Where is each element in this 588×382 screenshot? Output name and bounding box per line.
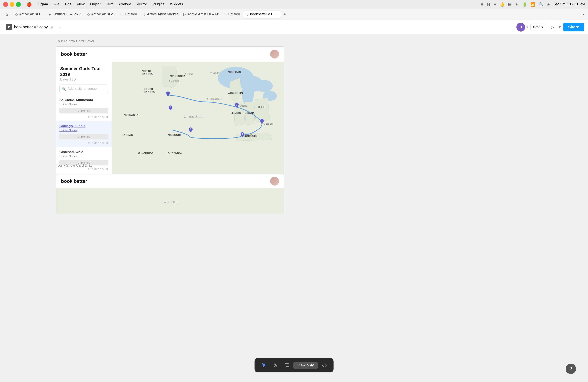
tab-label-8: bookbetter v3 bbox=[250, 12, 272, 16]
menu-text[interactable]: Text bbox=[105, 2, 114, 7]
fargo-label: Fargo bbox=[188, 73, 193, 75]
svg-text:2: 2 bbox=[236, 104, 237, 106]
menu-edit[interactable]: Edit bbox=[64, 2, 72, 7]
svg-text:4: 4 bbox=[242, 133, 243, 135]
breadcrumb-2: Tour / Show Card Drag bbox=[56, 163, 93, 168]
user-avatar[interactable]: J bbox=[516, 23, 525, 32]
tab-icon-7: ◇ bbox=[224, 12, 226, 16]
cincinnati-label: Cincinnati bbox=[263, 123, 273, 125]
venue-status-2: Unpitched bbox=[78, 135, 90, 138]
menu-view[interactable]: View bbox=[76, 2, 85, 7]
bismarck-label: Bismarck bbox=[171, 80, 180, 82]
close-light[interactable] bbox=[3, 2, 8, 7]
minneapolis-dot bbox=[207, 98, 209, 99]
home-tab[interactable]: ⌂ bbox=[2, 11, 11, 18]
tab-icon-3: ◇ bbox=[87, 12, 90, 16]
user-profile-avatar[interactable] bbox=[270, 50, 279, 58]
map-label-illinois: ILLINOIS bbox=[230, 112, 241, 115]
menu-object[interactable]: Object bbox=[89, 2, 101, 7]
breadcrumb-1: Tour / Show Card Hover bbox=[56, 39, 94, 43]
wifi-icon: 📶 bbox=[530, 2, 535, 7]
avatar-chevron-icon[interactable]: ▾ bbox=[526, 25, 528, 29]
tab-icon-8: ◇ bbox=[246, 12, 248, 16]
venue-status-bar-1: Unpitched bbox=[59, 108, 108, 114]
venue-search-bar[interactable]: 🔍 Add a city or venue bbox=[59, 84, 108, 93]
tab-icon-4: ◇ bbox=[121, 12, 123, 16]
venue-item-2[interactable]: Chicago, Illinois United States Unpitche… bbox=[56, 121, 112, 147]
app-title-2: book better bbox=[61, 178, 87, 184]
tab-untitled-2[interactable]: ◇ Untitled bbox=[221, 11, 243, 18]
menu-vector[interactable]: Vector bbox=[136, 2, 148, 7]
tab-bookbetter-v3[interactable]: ◇ bookbetter v3 ✕ bbox=[243, 11, 281, 18]
present-chevron-icon[interactable]: ▾ bbox=[559, 25, 561, 30]
app-title: book better bbox=[61, 51, 87, 57]
tour-info: Summer Gods Tour 2019 Dates TBD bbox=[60, 66, 101, 81]
menu-arrange[interactable]: Arrange bbox=[118, 2, 132, 7]
toolbar-dots-menu[interactable]: ··· bbox=[57, 25, 61, 30]
tab-active-artist-ui[interactable]: ◇ Active Artist UI bbox=[12, 11, 45, 18]
play-icon: ⏵ bbox=[515, 2, 519, 7]
tab-label-2: Untitled UI – PRO bbox=[53, 12, 81, 16]
toolbar-right: J ▾ 62% ▾ ▷ ▾ Share bbox=[516, 23, 584, 32]
view-only-button[interactable]: View only bbox=[294, 362, 318, 369]
tab-bar: ⌂ ◇ Active Artist UI ◆ Untitled UI – PRO… bbox=[0, 9, 588, 20]
map-preview-2: book better bbox=[56, 188, 284, 214]
tab-untitled-ui-pro[interactable]: ◆ Untitled UI – PRO bbox=[46, 11, 84, 18]
svg-text:5: 5 bbox=[190, 128, 191, 131]
venue-item-1[interactable]: St. Cloud, Minnesota United States Unpit… bbox=[56, 95, 112, 121]
maximize-light[interactable] bbox=[16, 2, 21, 7]
map-label-wisconsin: WISCONSIN bbox=[228, 92, 243, 95]
share-button[interactable]: Share bbox=[563, 23, 584, 31]
zoom-value: 62% bbox=[533, 25, 540, 29]
tab-active-artist-market[interactable]: ◇ Active Artist Market… bbox=[140, 11, 180, 18]
comment-tool-button[interactable] bbox=[282, 360, 292, 370]
menu-plugins[interactable]: Plugins bbox=[152, 2, 165, 7]
svg-text:3: 3 bbox=[261, 120, 263, 122]
tab-active-artist-fir[interactable]: ▷ Active Artist UI – Fir… bbox=[181, 11, 221, 18]
present-button[interactable]: ▷ bbox=[548, 23, 556, 31]
zoom-control[interactable]: 62% ▾ bbox=[530, 24, 546, 31]
help-button[interactable]: ? bbox=[566, 364, 576, 374]
search-menubar-icon[interactable]: 🔍 bbox=[539, 2, 544, 7]
tab-untitled[interactable]: ◇ Untitled bbox=[118, 11, 140, 18]
bottom-toolbar: View only bbox=[255, 358, 334, 372]
hand-tool-button[interactable] bbox=[270, 360, 281, 370]
apple-menu[interactable]: 🍎 bbox=[26, 2, 32, 7]
map-label-north-dakota: NORTH bbox=[142, 70, 151, 73]
venue-item-3[interactable]: Cincinati, Ohio United States Unpitched … bbox=[56, 147, 112, 173]
minimize-light[interactable] bbox=[10, 2, 14, 7]
venue-country-3: United States bbox=[59, 154, 108, 158]
cursor-tool-button[interactable] bbox=[259, 360, 269, 370]
menu-figma[interactable]: Figma bbox=[37, 2, 49, 7]
search-icon: 🔍 bbox=[62, 87, 66, 91]
app-frame-1: book better Summer Gods Tour 2019 Dates … bbox=[56, 46, 284, 178]
map-label-minnesota: MINNESOTA bbox=[170, 75, 185, 77]
map-label-ohio: OHIO bbox=[258, 105, 264, 109]
page-selector[interactable]: bookbetter v3 copy ⊞ bbox=[4, 23, 55, 32]
menu-file[interactable]: File bbox=[53, 2, 60, 7]
control-center-icon[interactable]: ⊛ bbox=[547, 2, 550, 7]
tab-close-8[interactable]: ✕ bbox=[274, 13, 278, 16]
duluth-label: Duluth bbox=[213, 72, 219, 74]
tab-label-6: Active Artist UI – Fir… bbox=[188, 12, 223, 16]
avatar-area[interactable]: J ▾ bbox=[516, 23, 528, 32]
toolbar-grid-icon: ⊞ bbox=[50, 25, 53, 29]
tab-overflow-button[interactable]: ··· bbox=[579, 12, 586, 17]
map-area: NORTH DAKOTA SOUTH DAKOTA MINNESOTA MICH… bbox=[112, 62, 284, 178]
toolbar-left: bookbetter v3 copy ⊞ ··· bbox=[4, 23, 61, 32]
tour-menu-dots[interactable]: ··· bbox=[101, 66, 108, 71]
toolbar: bookbetter v3 copy ⊞ ··· J ▾ 62% ▾ ▷ ▾ S… bbox=[0, 20, 588, 34]
venue-country-2: United States bbox=[59, 129, 108, 132]
new-tab-button[interactable]: + bbox=[281, 11, 288, 18]
code-view-button[interactable] bbox=[319, 360, 329, 370]
chicago-label: Chicago bbox=[239, 105, 247, 107]
svg-text:book better: book better bbox=[162, 200, 177, 204]
tab-icon-2: ◆ bbox=[49, 12, 51, 16]
menu-bar: 🍎 Figma File Edit View Object Text Arran… bbox=[0, 0, 588, 9]
system-time: Sat Oct 5 12:31 PM bbox=[553, 2, 585, 6]
menu-widgets[interactable]: Widgets bbox=[169, 2, 184, 7]
tab-active-artist-v1[interactable]: ◇ Active Artist v1 bbox=[84, 11, 118, 18]
venue-status-bar-2: Unpitched bbox=[59, 134, 108, 139]
bismarck-dot bbox=[168, 80, 170, 81]
map-label-kansas: KANSAS bbox=[122, 134, 133, 136]
